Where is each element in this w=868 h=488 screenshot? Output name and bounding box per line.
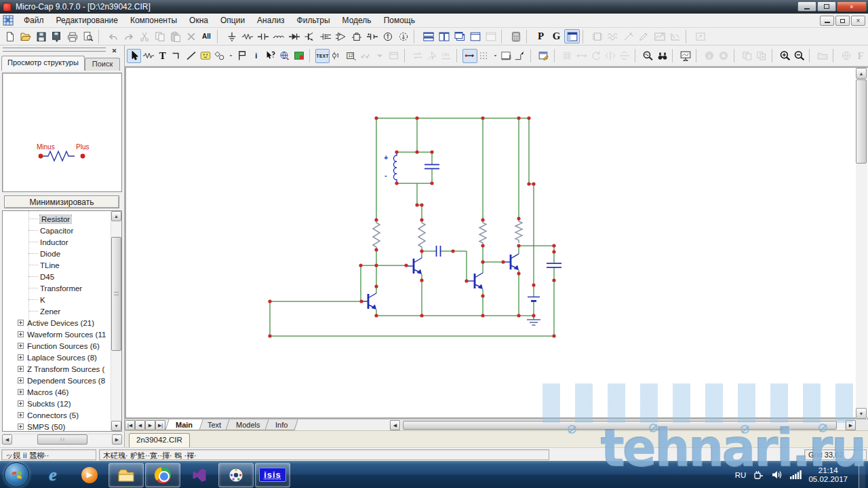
ground-icon[interactable]	[224, 29, 239, 43]
save-all-icon[interactable]	[49, 29, 64, 43]
find-icon[interactable]	[655, 49, 669, 63]
tree-item-subckts-12[interactable]: Subckts (12)	[3, 398, 110, 409]
menu-item[interactable]: Модель	[336, 14, 378, 26]
tree-item-transformer[interactable]: Transformer	[3, 282, 110, 294]
expand-icon[interactable]	[18, 320, 24, 326]
schematic-vscrollbar[interactable]: ▲ ▼	[856, 68, 867, 419]
schematic-scroll-up-icon[interactable]: ▲	[856, 68, 867, 79]
sine-source-icon[interactable]	[380, 29, 395, 43]
letter-g-button[interactable]: G	[549, 29, 564, 43]
tree-item-laplace-sources-8[interactable]: Laplace Sources (8)	[3, 352, 110, 363]
tree-scroll-thumb[interactable]	[111, 237, 121, 351]
flag-icon[interactable]	[235, 49, 249, 63]
expand-icon[interactable]	[18, 400, 24, 407]
schematic-canvas[interactable]: +-	[126, 68, 854, 417]
opamp-icon[interactable]	[333, 29, 349, 43]
taskbar-chrome-button[interactable]	[145, 463, 180, 487]
page-tab-info[interactable]: Info	[264, 419, 298, 430]
select-icon[interactable]	[127, 49, 141, 63]
last-page-icon[interactable]: ▶|	[155, 420, 165, 430]
expand-icon[interactable]	[18, 389, 24, 395]
start-button[interactable]	[4, 462, 29, 487]
menu-item[interactable]: Анализ	[251, 14, 291, 26]
mdi-restore-button[interactable]	[835, 16, 850, 26]
diode-icon[interactable]	[286, 29, 302, 43]
tree-item-waveform-sources-11[interactable]: Waveform Sources (11	[3, 329, 110, 340]
taskbar-ie-button[interactable]: e	[35, 463, 71, 487]
new-file-icon[interactable]	[2, 29, 18, 43]
tree-item-function-sources-6[interactable]: Function Sources (6)	[3, 340, 110, 352]
tree-scroll-left-icon[interactable]: ◀	[2, 434, 12, 445]
line-icon[interactable]	[184, 49, 199, 63]
document-tab[interactable]: 2n39042.CIR	[129, 433, 190, 448]
tree-item-z-transform-sources[interactable]: Z Transform Sources (	[3, 363, 110, 375]
tree-item-macros-46[interactable]: Macros (46)	[3, 386, 110, 398]
shapes-icon[interactable]	[213, 49, 227, 63]
wire-seg-icon[interactable]	[462, 49, 477, 63]
wire-icon[interactable]	[170, 49, 184, 63]
schematic-vscroll-thumb[interactable]	[856, 79, 867, 164]
menu-item[interactable]: Окна	[183, 14, 214, 26]
expand-icon[interactable]	[18, 366, 24, 372]
taskbar-isis-button[interactable]: isis	[255, 463, 290, 487]
tree-item-diode[interactable]: Diode	[3, 248, 110, 259]
tile-horizontal-icon[interactable]	[420, 29, 436, 43]
tree-scroll-right-icon[interactable]: ▶	[112, 434, 122, 445]
tab-search[interactable]: Поиск	[85, 58, 120, 71]
tree-item-capacitor[interactable]: Capacitor	[3, 225, 110, 236]
new-window-icon[interactable]	[467, 29, 483, 43]
tree-scrollbar[interactable]: ▲ ▼	[111, 211, 121, 431]
menu-item[interactable]: Опции	[214, 14, 251, 26]
taskbar-visual-studio-button[interactable]	[182, 463, 217, 487]
letter-p-button[interactable]: P	[533, 29, 549, 43]
tree-scroll-up-icon[interactable]: ▲	[111, 211, 121, 221]
panel-toggle-icon[interactable]	[564, 29, 580, 43]
tree-hscrollbar[interactable]: ◀ ▶	[2, 434, 122, 445]
mdi-minimize-button[interactable]	[820, 16, 834, 26]
tree-item-k[interactable]: K	[3, 294, 110, 305]
zoom-out-icon[interactable]	[792, 49, 806, 63]
tree-item-active-devices-21[interactable]: Active Devices (21)	[3, 317, 110, 329]
page-tab-models[interactable]: Models	[226, 419, 271, 430]
tile-vertical-icon[interactable]	[436, 29, 452, 43]
capacitor-icon[interactable]	[255, 29, 271, 43]
battery-icon[interactable]	[349, 29, 364, 43]
expand-icon[interactable]	[18, 331, 24, 337]
tab-structure-view[interactable]: Просмотр структуры	[1, 56, 85, 71]
step-box-icon[interactable]: 12	[344, 49, 358, 63]
expand-icon[interactable]	[18, 424, 24, 430]
page-frame-icon[interactable]	[499, 49, 513, 63]
panel-close-icon[interactable]: ✕	[110, 46, 119, 55]
text-btn-button[interactable]: TEXT	[315, 49, 330, 63]
menu-item[interactable]: Редактирование	[50, 14, 124, 26]
expand-icon[interactable]	[18, 354, 24, 360]
tree-scroll-down-icon[interactable]: ▼	[111, 421, 121, 431]
text-mode-button[interactable]: T	[155, 49, 170, 63]
current-source-icon[interactable]	[395, 29, 411, 43]
calculator-icon[interactable]	[508, 29, 524, 43]
tree-item-resistor[interactable]: Resistor	[3, 213, 110, 225]
slideshow-icon[interactable]	[679, 49, 693, 63]
info-button[interactable]: i	[249, 49, 263, 63]
dd-icon[interactable]	[227, 49, 235, 63]
hscroll-left-icon[interactable]: ◀	[390, 420, 400, 430]
zoom-in-icon[interactable]	[778, 49, 792, 63]
tree-item-d45[interactable]: D45	[3, 271, 110, 282]
inductor-icon[interactable]	[271, 29, 286, 43]
tree-item-zener[interactable]: Zener	[3, 305, 110, 317]
bjt-icon[interactable]	[302, 29, 317, 43]
taskbar-explorer-button[interactable]	[108, 463, 144, 487]
grid-icon[interactable]	[477, 49, 492, 63]
expand-icon[interactable]	[18, 377, 24, 383]
menu-item[interactable]: Фильтры	[291, 14, 336, 26]
link-icon[interactable]	[277, 49, 292, 63]
mosfet-icon[interactable]	[317, 29, 333, 43]
expand-icon[interactable]	[18, 343, 24, 349]
resistor-icon[interactable]	[239, 29, 255, 43]
select-all-button[interactable]: All	[199, 29, 214, 43]
menu-item[interactable]: Помощь	[378, 14, 421, 26]
minimize-button[interactable]	[797, 1, 816, 12]
tree-item-tline[interactable]: TLine	[3, 259, 110, 271]
polar-cap-icon[interactable]	[364, 29, 380, 43]
expand-icon[interactable]	[18, 412, 24, 418]
